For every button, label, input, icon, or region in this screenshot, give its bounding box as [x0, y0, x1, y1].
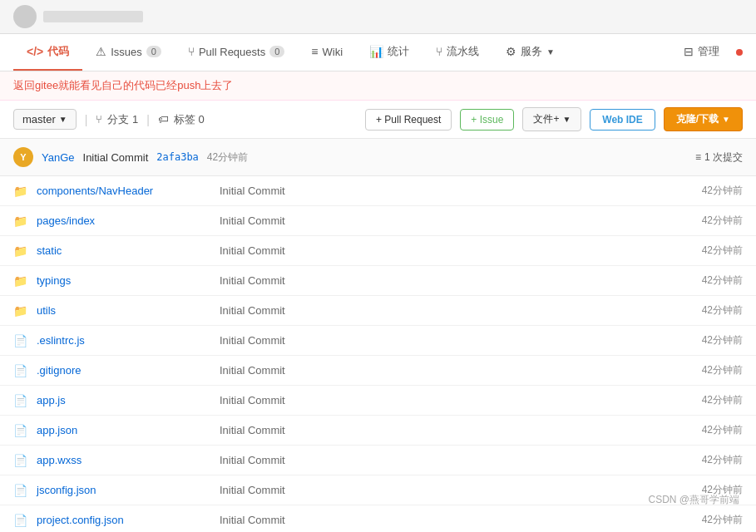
file-time: 42分钟前 — [702, 513, 743, 527]
file-time: 42分钟前 — [702, 363, 743, 377]
tab-pr-label: Pull Requests — [199, 46, 265, 58]
tab-code[interactable]: </> 代码 — [13, 34, 82, 71]
nav-right: ⊟ 管理 — [670, 34, 743, 71]
file-name[interactable]: jsconfig.json — [37, 484, 220, 496]
file-name[interactable]: utils — [37, 304, 220, 317]
top-bar-username — [43, 11, 143, 22]
tab-issues[interactable]: ⚠ Issues 0 — [82, 35, 175, 70]
file-icon: 📄 — [13, 394, 28, 407]
table-row: 📄.eslintrc.jsInitial Commit42分钟前 — [0, 326, 756, 356]
tab-services-label: 服务 — [521, 44, 542, 59]
manage-icon: ⊟ — [684, 45, 694, 58]
file-commit: Initial Commit — [220, 364, 702, 377]
issues-badge: 0 — [146, 46, 161, 57]
file-time: 42分钟前 — [702, 273, 743, 288]
tab-manage-label: 管理 — [698, 44, 719, 59]
tag-icon: 🏷 — [158, 113, 169, 126]
tag-count: 标签 0 — [174, 112, 205, 127]
file-commit: Initial Commit — [220, 334, 702, 347]
file-time: 42分钟前 — [702, 393, 743, 407]
chevron-down-icon: ▼ — [562, 115, 571, 124]
branch-sep: | — [85, 113, 88, 126]
file-name[interactable]: app.js — [37, 394, 220, 406]
branch-info: ⑂ 分支 1 — [96, 112, 138, 127]
table-row: 📄project.config.jsonInitial Commit42分钟前 — [0, 505, 756, 532]
file-commit: Initial Commit — [220, 424, 702, 436]
file-commit: Initial Commit — [220, 394, 702, 406]
table-row: 📄.gitignoreInitial Commit42分钟前 — [0, 356, 756, 386]
commit-author[interactable]: YanGe — [42, 151, 75, 164]
table-row: 📁utilsInitial Commit42分钟前 — [0, 296, 756, 326]
pipeline-icon: ⑂ — [436, 45, 442, 58]
commit-avatar: Y — [13, 147, 33, 167]
file-commit: Initial Commit — [220, 214, 702, 227]
file-icon: 📄 — [13, 454, 28, 467]
branch-selector[interactable]: master ▼ — [13, 109, 77, 130]
commit-message: Initial Commit — [83, 151, 149, 164]
file-time: 42分钟前 — [702, 333, 743, 347]
file-list: 📁components/NavHeaderInitial Commit42分钟前… — [0, 176, 756, 532]
commit-count: ≡ 1 次提交 — [695, 150, 743, 165]
file-name[interactable]: components/NavHeader — [37, 185, 220, 197]
tab-pipeline-label: 流水线 — [447, 44, 479, 59]
file-commit: Initial Commit — [220, 484, 702, 496]
services-icon: ⚙ — [506, 45, 516, 58]
files-button[interactable]: 文件+ ▼ — [522, 107, 581, 131]
file-name[interactable]: app.json — [37, 424, 220, 436]
file-icon: 📄 — [13, 334, 28, 347]
pull-request-button[interactable]: + Pull Request — [365, 109, 452, 131]
folder-icon: 📁 — [13, 214, 28, 228]
table-row: 📄app.jsInitial Commit42分钟前 — [0, 386, 756, 416]
tab-code-label: 代码 — [47, 44, 69, 59]
commit-time: 42分钟前 — [207, 150, 248, 165]
wiki-icon: ≡ — [311, 45, 318, 58]
code-icon: </> — [27, 45, 43, 58]
notice-bar: 返回gitee就能看见自己的代码已经push上去了 — [0, 71, 756, 101]
chevron-down-icon: ▼ — [546, 47, 555, 57]
branch-name: master — [22, 113, 56, 126]
folder-icon: 📁 — [13, 304, 28, 318]
nav-tabs: </> 代码 ⚠ Issues 0 ⑂ Pull Requests 0 ≡ Wi… — [0, 34, 756, 71]
table-row: 📁components/NavHeaderInitial Commit42分钟前 — [0, 176, 756, 206]
file-commit: Initial Commit — [220, 274, 702, 287]
file-time: 42分钟前 — [702, 303, 743, 318]
tab-stats-label: 统计 — [388, 44, 409, 59]
folder-icon: 📁 — [13, 185, 28, 198]
clone-button[interactable]: 克隆/下载 ▼ — [664, 107, 743, 131]
file-name[interactable]: .eslintrc.js — [37, 334, 220, 347]
commit-count-text: 1 次提交 — [704, 150, 743, 165]
chevron-down-icon: ▼ — [722, 115, 730, 124]
file-name[interactable]: project.config.json — [37, 514, 220, 526]
tab-manage[interactable]: ⊟ 管理 — [670, 34, 733, 71]
file-name[interactable]: typings — [37, 274, 220, 287]
tab-wiki-label: Wiki — [322, 46, 343, 58]
tab-stats[interactable]: 📊 统计 — [356, 34, 422, 71]
file-name[interactable]: .gitignore — [37, 364, 220, 377]
file-name[interactable]: app.wxss — [37, 454, 220, 466]
commit-count-icon: ≡ — [695, 151, 701, 163]
file-time: 42分钟前 — [702, 423, 743, 437]
file-name[interactable]: pages/index — [37, 214, 220, 227]
table-row: 📄app.wxssInitial Commit42分钟前 — [0, 446, 756, 475]
table-row: 📁staticInitial Commit42分钟前 — [0, 236, 756, 266]
notification-dot — [736, 49, 743, 56]
tab-wiki[interactable]: ≡ Wiki — [298, 35, 356, 70]
chevron-down-icon: ▼ — [59, 115, 67, 124]
issue-button[interactable]: + Issue — [460, 109, 514, 131]
branch-count: 分支 1 — [107, 112, 138, 127]
tab-pullrequests[interactable]: ⑂ Pull Requests 0 — [175, 35, 298, 70]
file-commit: Initial Commit — [220, 244, 702, 257]
table-row: 📄jsconfig.jsonInitial Commit42分钟前 — [0, 475, 756, 505]
file-time: 42分钟前 — [702, 214, 743, 228]
table-row: 📁pages/indexInitial Commit42分钟前 — [0, 206, 756, 236]
file-commit: Initial Commit — [220, 304, 702, 317]
webide-button[interactable]: Web IDE — [590, 109, 655, 131]
stats-icon: 📊 — [369, 45, 383, 58]
file-name[interactable]: static — [37, 244, 220, 257]
file-commit: Initial Commit — [220, 514, 702, 526]
tab-pipeline[interactable]: ⑂ 流水线 — [422, 34, 492, 71]
commit-hash[interactable]: 2afa3ba — [156, 151, 199, 163]
folder-icon: 📁 — [13, 274, 28, 288]
tab-services[interactable]: ⚙ 服务 ▼ — [492, 34, 568, 71]
table-row: 📄app.jsonInitial Commit42分钟前 — [0, 416, 756, 446]
